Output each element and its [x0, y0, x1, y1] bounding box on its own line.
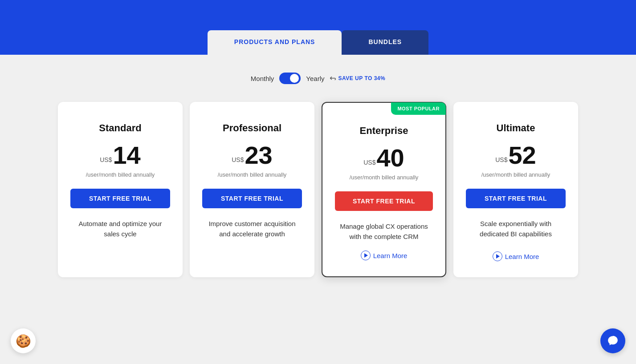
cookie-widget[interactable]: 🍪	[11, 328, 36, 353]
learn-more-enterprise[interactable]: Learn More	[361, 251, 408, 260]
plan-name-standard: Standard	[99, 122, 141, 134]
tab-bar: PRODUCTS AND PLANS BUNDLES	[0, 30, 636, 55]
play-icon-ultimate	[493, 251, 502, 261]
pricing-cards: Standard US$ 14 /user/month billed annua…	[51, 102, 585, 277]
currency-enterprise: US$	[363, 159, 375, 166]
yearly-label: Yearly	[306, 75, 324, 82]
learn-more-ultimate[interactable]: Learn More	[493, 251, 539, 261]
price-standard: 14	[113, 143, 140, 168]
price-row-ultimate: US$ 52	[495, 143, 536, 168]
play-icon-enterprise	[361, 251, 371, 260]
currency-standard: US$	[100, 156, 112, 163]
main-content: Monthly Yearly ↩ SAVE UP TO 34% Standard…	[0, 55, 636, 344]
chat-widget[interactable]	[600, 328, 625, 353]
trial-btn-standard[interactable]: START FREE TRIAL	[70, 189, 170, 208]
billing-note-standard: /user/month billed annually	[86, 171, 155, 178]
monthly-label: Monthly	[251, 75, 274, 82]
tab-products[interactable]: PRODUCTS AND PLANS	[208, 30, 342, 55]
billing-note-professional: /user/month billed annually	[218, 171, 287, 178]
play-triangle-enterprise	[364, 253, 368, 258]
price-row-standard: US$ 14	[100, 143, 141, 168]
plan-card-standard: Standard US$ 14 /user/month billed annua…	[58, 102, 183, 277]
description-professional: Improve customer acquisition and acceler…	[202, 219, 302, 261]
plan-name-professional: Professional	[223, 122, 281, 134]
description-enterprise: Manage global CX operations with the com…	[335, 222, 433, 242]
save-text: SAVE UP TO 34%	[338, 75, 385, 81]
chat-icon	[607, 335, 619, 347]
trial-btn-professional[interactable]: START FREE TRIAL	[202, 189, 302, 208]
save-hint: ↩ SAVE UP TO 34%	[330, 73, 385, 83]
trial-btn-ultimate[interactable]: START FREE TRIAL	[466, 189, 566, 208]
billing-note-ultimate: /user/month billed annually	[481, 171, 550, 178]
plan-name-enterprise: Enterprise	[360, 125, 408, 137]
plan-card-enterprise: MOST POPULAR Enterprise US$ 40 /user/mon…	[322, 102, 446, 277]
most-popular-badge: MOST POPULAR	[391, 102, 446, 115]
plan-card-professional: Professional US$ 23 /user/month billed a…	[190, 102, 314, 277]
top-header	[0, 0, 636, 30]
play-triangle-ultimate	[496, 254, 500, 259]
price-row-professional: US$ 23	[232, 143, 273, 168]
price-ultimate: 52	[508, 143, 536, 168]
description-standard: Automate and optimize your sales cycle	[70, 219, 170, 261]
price-row-enterprise: US$ 40	[363, 146, 404, 170]
billing-toggle-row: Monthly Yearly ↩ SAVE UP TO 34%	[9, 73, 627, 84]
cookie-emoji: 🍪	[16, 334, 31, 348]
trial-btn-enterprise[interactable]: START FREE TRIAL	[335, 191, 433, 211]
billing-toggle[interactable]	[279, 73, 301, 84]
plan-name-ultimate: Ultimate	[497, 122, 535, 134]
price-enterprise: 40	[376, 146, 404, 170]
learn-more-label-enterprise: Learn More	[373, 252, 408, 259]
description-ultimate: Scale exponentially with dedicated BI ca…	[466, 219, 566, 243]
arrow-icon: ↩	[330, 73, 336, 83]
price-professional: 23	[245, 143, 272, 168]
learn-more-label-ultimate: Learn More	[505, 253, 539, 260]
billing-note-enterprise: /user/month billed annually	[350, 174, 419, 181]
tab-bundles[interactable]: BUNDLES	[342, 30, 428, 55]
plan-card-ultimate: Ultimate US$ 52 /user/month billed annua…	[453, 102, 578, 277]
currency-professional: US$	[232, 156, 244, 163]
currency-ultimate: US$	[495, 156, 507, 163]
